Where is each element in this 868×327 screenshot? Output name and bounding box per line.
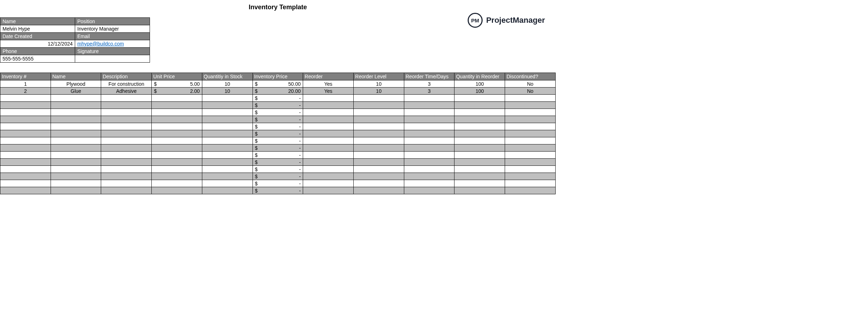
cell-empty[interactable]: [101, 102, 152, 109]
cell-empty[interactable]: [404, 116, 454, 123]
cell-empty[interactable]: [404, 123, 454, 130]
cell-empty[interactable]: [354, 144, 404, 152]
cell-inventory-price[interactable]: $-: [253, 166, 303, 173]
cell-empty[interactable]: [0, 173, 51, 180]
cell-empty[interactable]: [202, 152, 253, 159]
cell-name[interactable]: Plywood: [51, 80, 101, 88]
cell-empty[interactable]: [303, 109, 354, 116]
cell-empty[interactable]: [152, 137, 202, 144]
cell-empty[interactable]: [454, 116, 505, 123]
cell-empty[interactable]: [152, 130, 202, 137]
cell-empty[interactable]: [51, 123, 101, 130]
cell-empty[interactable]: [404, 109, 454, 116]
cell-empty[interactable]: [354, 180, 404, 187]
cell-empty[interactable]: [303, 173, 354, 180]
cell-empty[interactable]: [454, 137, 505, 144]
cell-empty[interactable]: [505, 109, 556, 116]
cell-empty[interactable]: [505, 187, 556, 194]
cell-empty[interactable]: [0, 166, 51, 173]
cell-reorder-time[interactable]: 3: [404, 88, 454, 95]
info-datecreated-value[interactable]: 12/12/2024: [0, 40, 75, 48]
cell-empty[interactable]: [505, 173, 556, 180]
cell-empty[interactable]: [0, 95, 51, 102]
cell-empty[interactable]: [454, 144, 505, 152]
cell-empty[interactable]: [0, 130, 51, 137]
cell-inventory-price[interactable]: $-: [253, 152, 303, 159]
cell-reorder-time[interactable]: 3: [404, 80, 454, 88]
info-position-value[interactable]: Inventory Manager: [75, 25, 150, 33]
cell-inventory-price[interactable]: $-: [253, 95, 303, 102]
cell-description[interactable]: For construction: [101, 80, 152, 88]
cell-qty-stock[interactable]: 10: [202, 88, 253, 95]
cell-empty[interactable]: [303, 159, 354, 166]
cell-inventory-price[interactable]: $-: [253, 137, 303, 144]
cell-empty[interactable]: [505, 159, 556, 166]
cell-empty[interactable]: [354, 137, 404, 144]
cell-empty[interactable]: [152, 173, 202, 180]
cell-inventory-price[interactable]: $-: [253, 187, 303, 194]
cell-empty[interactable]: [354, 130, 404, 137]
cell-empty[interactable]: [505, 166, 556, 173]
cell-empty[interactable]: [202, 173, 253, 180]
cell-empty[interactable]: [51, 137, 101, 144]
cell-empty[interactable]: [152, 166, 202, 173]
cell-empty[interactable]: [0, 123, 51, 130]
cell-empty[interactable]: [202, 109, 253, 116]
cell-empty[interactable]: [101, 180, 152, 187]
cell-empty[interactable]: [303, 123, 354, 130]
cell-empty[interactable]: [454, 130, 505, 137]
cell-empty[interactable]: [0, 109, 51, 116]
cell-inventory-price[interactable]: $-: [253, 109, 303, 116]
cell-empty[interactable]: [101, 137, 152, 144]
cell-empty[interactable]: [303, 166, 354, 173]
cell-empty[interactable]: [404, 159, 454, 166]
cell-empty[interactable]: [0, 116, 51, 123]
cell-discontinued[interactable]: No: [505, 80, 556, 88]
cell-name[interactable]: Glue: [51, 88, 101, 95]
cell-empty[interactable]: [354, 173, 404, 180]
cell-empty[interactable]: [354, 116, 404, 123]
cell-empty[interactable]: [202, 102, 253, 109]
cell-empty[interactable]: [152, 109, 202, 116]
cell-empty[interactable]: [303, 187, 354, 194]
cell-empty[interactable]: [303, 95, 354, 102]
cell-empty[interactable]: [454, 166, 505, 173]
cell-empty[interactable]: [404, 152, 454, 159]
cell-empty[interactable]: [202, 144, 253, 152]
cell-empty[interactable]: [454, 95, 505, 102]
cell-qty-stock[interactable]: 10: [202, 80, 253, 88]
cell-unit-price[interactable]: $2.00: [152, 88, 202, 95]
cell-empty[interactable]: [505, 130, 556, 137]
info-name-value[interactable]: Melvin Hype: [0, 25, 75, 33]
info-signature-value[interactable]: [75, 55, 150, 63]
cell-empty[interactable]: [404, 187, 454, 194]
cell-empty[interactable]: [505, 116, 556, 123]
cell-empty[interactable]: [101, 123, 152, 130]
cell-empty[interactable]: [202, 187, 253, 194]
cell-empty[interactable]: [404, 173, 454, 180]
cell-inventory-price[interactable]: $-: [253, 116, 303, 123]
cell-empty[interactable]: [404, 130, 454, 137]
cell-empty[interactable]: [51, 159, 101, 166]
cell-empty[interactable]: [404, 137, 454, 144]
cell-empty[interactable]: [152, 152, 202, 159]
cell-empty[interactable]: [51, 109, 101, 116]
cell-empty[interactable]: [101, 95, 152, 102]
cell-empty[interactable]: [0, 187, 51, 194]
cell-reorder-level[interactable]: 10: [354, 88, 404, 95]
cell-empty[interactable]: [152, 95, 202, 102]
cell-empty[interactable]: [152, 144, 202, 152]
cell-empty[interactable]: [152, 102, 202, 109]
cell-empty[interactable]: [354, 123, 404, 130]
cell-empty[interactable]: [51, 173, 101, 180]
cell-reorder[interactable]: Yes: [303, 80, 354, 88]
cell-empty[interactable]: [354, 159, 404, 166]
cell-empty[interactable]: [202, 166, 253, 173]
cell-empty[interactable]: [51, 130, 101, 137]
cell-empty[interactable]: [454, 173, 505, 180]
cell-empty[interactable]: [354, 109, 404, 116]
cell-empty[interactable]: [51, 152, 101, 159]
cell-empty[interactable]: [0, 159, 51, 166]
cell-inventory-price[interactable]: $-: [253, 123, 303, 130]
cell-empty[interactable]: [303, 102, 354, 109]
